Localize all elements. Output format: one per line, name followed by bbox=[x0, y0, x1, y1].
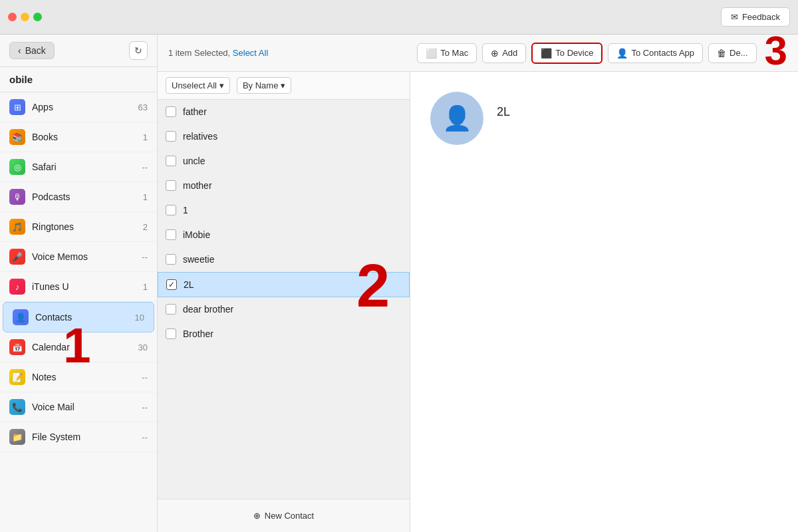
sidebar-item-calendar[interactable]: 📅 Calendar 30 bbox=[0, 332, 157, 362]
list-wrapper: Unselect All ▾ By Name ▾ father bbox=[158, 72, 798, 532]
notes-icon: 📝 bbox=[9, 369, 25, 385]
contact-checkbox-imobie[interactable] bbox=[166, 229, 176, 240]
by-name-dropdown-icon: ▾ bbox=[281, 80, 285, 90]
add-button[interactable]: ⊕ Add bbox=[482, 43, 526, 63]
select-all-link[interactable]: Select All bbox=[233, 48, 268, 58]
refresh-button[interactable]: ↻ bbox=[129, 41, 148, 60]
books-label: Books bbox=[32, 132, 136, 142]
minimize-button[interactable] bbox=[21, 13, 29, 21]
contact-item-brother[interactable]: Brother bbox=[158, 322, 410, 346]
sidebar-item-podcasts[interactable]: 🎙 Podcasts 1 bbox=[0, 182, 157, 212]
contact-name-uncle: uncle bbox=[183, 156, 205, 166]
feedback-button[interactable]: ✉ Feedback bbox=[721, 7, 790, 27]
ringtones-icon: 🎵 bbox=[9, 219, 25, 235]
contact-item-imobie[interactable]: iMobie bbox=[158, 223, 410, 247]
sidebar-item-contacts[interactable]: 👤 Contacts 10 bbox=[3, 302, 154, 332]
contacts-label: Contacts bbox=[35, 312, 128, 323]
avatar-person-icon: 👤 bbox=[442, 104, 472, 132]
sidebar-item-voicememos[interactable]: 🎤 Voice Memos -- bbox=[0, 242, 157, 272]
contact-checkbox-uncle[interactable] bbox=[166, 156, 176, 166]
contact-checkbox-1[interactable] bbox=[166, 205, 176, 215]
filesystem-label: File System bbox=[32, 432, 135, 442]
apps-icon: ⊞ bbox=[9, 99, 25, 115]
delete-icon: 🗑 bbox=[717, 48, 726, 59]
to-device-icon: ⬛ bbox=[541, 48, 552, 59]
delete-button[interactable]: 🗑 De... bbox=[708, 43, 756, 63]
toolbar: 1 item Selected, Select All ⬜ To Mac ⊕ A… bbox=[158, 35, 798, 72]
books-icon: 📚 bbox=[9, 129, 25, 145]
contact-item-dearbrother[interactable]: dear brother bbox=[158, 297, 410, 322]
ringtones-count: 2 bbox=[143, 222, 148, 232]
contact-name-2l: 2L bbox=[184, 279, 194, 290]
contacts-icon: 👤 bbox=[13, 309, 29, 325]
podcasts-count: 1 bbox=[143, 192, 148, 202]
contact-avatar: 👤 bbox=[430, 92, 483, 145]
podcasts-icon: 🎙 bbox=[9, 189, 25, 205]
contact-item-uncle[interactable]: uncle bbox=[158, 149, 410, 174]
add-icon: ⊕ bbox=[491, 48, 499, 59]
delete-label: De... bbox=[730, 48, 747, 58]
contact-item-2l[interactable]: ✓ 2L bbox=[158, 272, 410, 297]
contact-checkbox-father[interactable] bbox=[166, 106, 176, 117]
contact-item-sweetie[interactable]: sweetie bbox=[158, 247, 410, 272]
title-bar: ✉ Feedback bbox=[0, 0, 798, 35]
safari-icon: ◎ bbox=[9, 159, 25, 175]
contact-checkbox-brother[interactable] bbox=[166, 329, 176, 339]
apps-label: Apps bbox=[32, 102, 132, 112]
contact-item-mother[interactable]: mother bbox=[158, 174, 410, 198]
to-device-button[interactable]: ⬛ To Device bbox=[531, 43, 602, 64]
voicemail-icon: 📞 bbox=[9, 399, 25, 415]
sidebar-item-notes[interactable]: 📝 Notes -- bbox=[0, 362, 157, 392]
add-label: Add bbox=[502, 48, 517, 58]
traffic-lights bbox=[8, 13, 42, 21]
notes-label: Notes bbox=[32, 372, 135, 382]
to-contacts-icon: 👤 bbox=[616, 48, 628, 59]
contact-item-father[interactable]: father bbox=[158, 100, 410, 124]
to-mac-button[interactable]: ⬜ To Mac bbox=[417, 43, 477, 63]
contact-item-1[interactable]: 1 bbox=[158, 198, 410, 223]
sidebar-item-books[interactable]: 📚 Books 1 bbox=[0, 122, 157, 152]
itunes-icon: ♪ bbox=[9, 279, 25, 295]
sidebar-item-safari[interactable]: ◎ Safari -- bbox=[0, 152, 157, 182]
unselect-all-button[interactable]: Unselect All ▾ bbox=[166, 77, 230, 94]
sidebar-item-filesystem[interactable]: 📁 File System -- bbox=[0, 422, 157, 452]
contact-name-dearbrother: dear brother bbox=[183, 304, 233, 315]
sidebar-item-ringtones[interactable]: 🎵 Ringtones 2 bbox=[0, 212, 157, 242]
ringtones-label: Ringtones bbox=[32, 221, 136, 232]
sidebar-item-apps[interactable]: ⊞ Apps 63 bbox=[0, 92, 157, 122]
new-contact-button[interactable]: ⊕ New Contact bbox=[253, 511, 314, 521]
contact-checkbox-sweetie[interactable] bbox=[166, 254, 176, 265]
unselect-dropdown-icon: ▾ bbox=[219, 80, 224, 90]
detail-panel: 👤 2L bbox=[410, 72, 798, 532]
contact-item-relatives[interactable]: relatives bbox=[158, 124, 410, 149]
to-contacts-app-button[interactable]: 👤 To Contacts App bbox=[608, 43, 703, 63]
maximize-button[interactable] bbox=[33, 13, 42, 21]
contact-name-brother: Brother bbox=[183, 329, 213, 339]
sidebar-item-itunes[interactable]: ♪ iTunes U 1 bbox=[0, 272, 157, 302]
device-name: obile bbox=[0, 67, 157, 92]
contact-checkbox-2l[interactable]: ✓ bbox=[166, 279, 177, 290]
sidebar-item-voicemail[interactable]: 📞 Voice Mail -- bbox=[0, 392, 157, 422]
contact-detail: 👤 2L bbox=[430, 92, 510, 145]
bottom-bar: ⊕ New Contact bbox=[158, 499, 410, 532]
calendar-icon: 📅 bbox=[9, 339, 25, 355]
back-button[interactable]: ‹ Back bbox=[9, 42, 55, 59]
books-count: 1 bbox=[143, 132, 148, 142]
by-name-button[interactable]: By Name ▾ bbox=[237, 77, 291, 94]
checkmark-2l: ✓ bbox=[168, 280, 175, 289]
sidebar: ‹ Back ↻ obile ⊞ Apps 63 📚 Books 1 ◎ Saf… bbox=[0, 35, 158, 532]
to-mac-icon: ⬜ bbox=[426, 48, 437, 59]
contact-list: father relatives uncle mother bbox=[158, 100, 410, 499]
itunes-label: iTunes U bbox=[32, 281, 136, 292]
contact-checkbox-relatives[interactable] bbox=[166, 131, 176, 142]
contact-checkbox-mother[interactable] bbox=[166, 180, 176, 191]
podcasts-label: Podcasts bbox=[32, 192, 136, 202]
notes-count: -- bbox=[142, 372, 148, 382]
list-header: Unselect All ▾ By Name ▾ bbox=[158, 72, 410, 100]
close-button[interactable] bbox=[8, 13, 17, 21]
contact-detail-name: 2L bbox=[497, 92, 510, 119]
safari-label: Safari bbox=[32, 162, 135, 172]
contact-checkbox-dearbrother[interactable] bbox=[166, 304, 176, 315]
main-layout: ‹ Back ↻ obile ⊞ Apps 63 📚 Books 1 ◎ Saf… bbox=[0, 35, 798, 532]
back-label: Back bbox=[25, 45, 46, 56]
